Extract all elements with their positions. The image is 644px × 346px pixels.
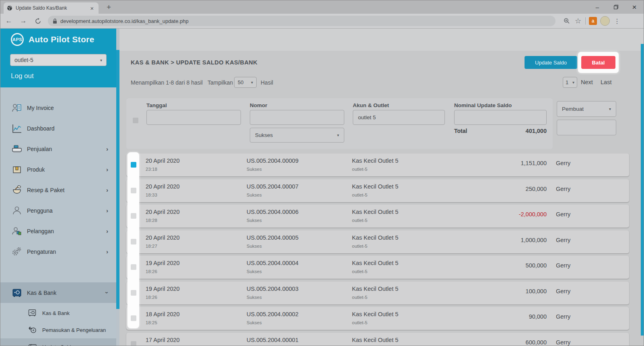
sidebar-item-produk[interactable]: Produk › (0, 159, 119, 180)
caret-down-icon: ▾ (572, 80, 574, 85)
main-scrollbar-thumb[interactable] (641, 44, 644, 336)
extension-icon[interactable]: a (587, 15, 599, 27)
cell-outlet: outlet-5 (352, 193, 367, 197)
cell-nominal: 90,000 (454, 313, 547, 320)
outlet-selector[interactable]: outlet-5 ▾ (10, 54, 107, 66)
sidebar: APS Auto Pilot Store outlet-5 ▾ Log out … (0, 29, 119, 346)
browser-window: Update Saldo Kas/Bank × + – × ← → develo… (0, 0, 644, 346)
window-controls: – × (588, 0, 644, 14)
pembuat-select[interactable]: Pembuat ▾ (557, 101, 616, 117)
main-topbar (119, 29, 644, 51)
sidebar-item-penjualan[interactable]: Penjualan › (0, 139, 119, 159)
table-row[interactable]: 20 April 2020 18:33 US.005.2004.00007 Su… (126, 179, 629, 202)
cell-time: 18:33 (146, 193, 157, 197)
row-checkbox[interactable] (131, 315, 136, 321)
row-checkbox[interactable] (131, 188, 136, 193)
next-page-link[interactable]: Next (581, 79, 593, 85)
back-icon[interactable]: ← (3, 15, 15, 27)
chevron-right-icon: › (106, 248, 108, 255)
update-saldo-button[interactable]: Update Saldo (525, 56, 577, 69)
sidebar-item-label: Pengguna (27, 207, 53, 214)
cell-akun: Kas Kecil Outlet 5 (352, 234, 398, 241)
batal-spotlight: Batal (578, 52, 619, 73)
sidebar-subitem-kas-bank[interactable]: Kas & Bank (0, 305, 119, 321)
cell-date: 19 April 2020 (146, 260, 180, 266)
tanggal-label: Tanggal (146, 102, 167, 108)
logout-link[interactable]: Log out (11, 72, 34, 80)
chrome-menu-icon[interactable]: ⋮ (611, 15, 623, 27)
new-tab-button[interactable]: + (103, 2, 114, 12)
nomor-input[interactable] (250, 110, 344, 125)
sidebar-item-pengguna[interactable]: Pengguna › (0, 200, 119, 221)
last-page-link[interactable]: Last (601, 79, 611, 85)
cell-time: 18:26 (146, 269, 157, 274)
cell-nomor: US.005.2004.00005 (247, 234, 298, 241)
minimize-button[interactable]: – (588, 0, 607, 14)
sidebar-item-dashboard[interactable]: Dashboard (0, 118, 119, 139)
cell-nominal: 600,000 (454, 339, 547, 346)
cell-akun: Kas Kecil Outlet 5 (352, 260, 398, 266)
tab-bar: Update Saldo Kas/Bank × + – × (0, 0, 644, 14)
safe-icon (12, 288, 22, 298)
browser-tab[interactable]: Update Saldo Kas/Bank × (4, 2, 99, 14)
cell-nominal: 1,151,000 (454, 160, 547, 166)
table-row[interactable]: 20 April 2020 18:28 US.005.2004.00006 Su… (126, 205, 629, 228)
zoom-icon[interactable] (561, 15, 572, 27)
close-window-button[interactable]: × (625, 0, 644, 14)
nominal-label: Nominal Update Saldo (454, 102, 512, 108)
table-row[interactable]: 17 April 2020 US.005.2004.00001 Kas Keci… (126, 333, 629, 346)
browser-toolbar: ← → development.autopilotstore.co.id/kas… (0, 14, 644, 29)
sidebar-subitem-update-saldo[interactable]: Update Saldo (0, 338, 119, 346)
row-checkbox[interactable] (131, 162, 136, 168)
forward-icon[interactable]: → (17, 15, 29, 27)
sidebar-item-my-invoice[interactable]: My Invoice (0, 97, 119, 118)
restore-button[interactable] (607, 0, 625, 14)
sidebar-item-resep-paket[interactable]: Resep & Paket › (0, 180, 119, 200)
table-row[interactable]: 19 April 2020 18:26 US.005.2004.00004 Su… (126, 256, 629, 279)
sidebar-scrollbar-thumb[interactable] (116, 50, 119, 309)
sidebar-item-pelanggan[interactable]: Pelanggan › (0, 221, 119, 241)
sidebar-subitem-pemasukan-pengeluaran[interactable]: Pemasukan & Pengeluaran (0, 321, 119, 338)
status-select[interactable]: Sukses ▾ (250, 128, 344, 143)
row-checkbox[interactable] (131, 239, 136, 244)
row-checkbox[interactable] (131, 290, 136, 296)
url-bar[interactable]: development.autopilotstore.co.id/kas_ban… (48, 16, 556, 26)
batal-button[interactable]: Batal (581, 56, 615, 69)
cell-outlet: outlet-5 (352, 269, 367, 274)
nominal-input[interactable] (454, 110, 547, 125)
page-size-select[interactable]: 50 ▾ (234, 77, 257, 88)
tanggal-input[interactable] (146, 110, 241, 125)
sidebar-item-label: Kas & Bank (27, 290, 56, 296)
table-row[interactable]: 20 April 2020 18:27 US.005.2004.00005 Su… (126, 230, 629, 253)
cell-status: Sukses (247, 193, 262, 197)
cell-date: 18 April 2020 (146, 311, 180, 317)
table-row[interactable]: 19 April 2020 18:26 US.005.2004.00003 Su… (126, 282, 629, 305)
table-row[interactable]: 20 April 2020 23:18 US.005.2004.00009 Su… (126, 153, 629, 176)
cell-date: 17 April 2020 (146, 337, 180, 343)
tab-close-icon[interactable]: × (88, 5, 95, 12)
sidebar-item-pengaturan[interactable]: Pengaturan › (0, 241, 119, 262)
aps-logo: APS (11, 33, 24, 46)
profile-avatar[interactable] (600, 16, 610, 26)
total-value: 401,000 (454, 128, 547, 134)
cell-outlet: outlet-5 (352, 167, 367, 172)
sidebar-subitem-label: Pemasukan & Pengeluaran (42, 327, 106, 333)
akun-outlet-input[interactable]: outlet 5 (353, 110, 445, 125)
tab-title: Update Saldo Kas/Bank (16, 5, 88, 11)
caret-down-icon: ▾ (609, 107, 611, 111)
akun-outlet-value: outlet 5 (358, 114, 376, 120)
cell-nomor: US.005.2004.00009 (247, 157, 298, 164)
sidebar-scrollbar-track[interactable] (116, 29, 119, 346)
row-checkbox[interactable] (131, 264, 136, 270)
sidebar-item-kas-bank[interactable]: Kas & Bank › (0, 282, 119, 303)
page-number-select[interactable]: 1 ▾ (563, 77, 577, 88)
table-row[interactable]: 18 April 2020 18:25 US.005.2004.00002 Su… (126, 307, 629, 330)
cell-status: Sukses (247, 320, 262, 325)
reload-icon[interactable] (32, 15, 44, 27)
row-checkbox[interactable] (131, 341, 136, 346)
cell-status: Sukses (247, 295, 262, 300)
row-checkbox[interactable] (131, 213, 136, 219)
bookmark-star-icon[interactable]: ☆ (572, 15, 584, 27)
pembuat-input[interactable] (557, 120, 616, 135)
select-all-checkbox[interactable] (133, 118, 138, 123)
